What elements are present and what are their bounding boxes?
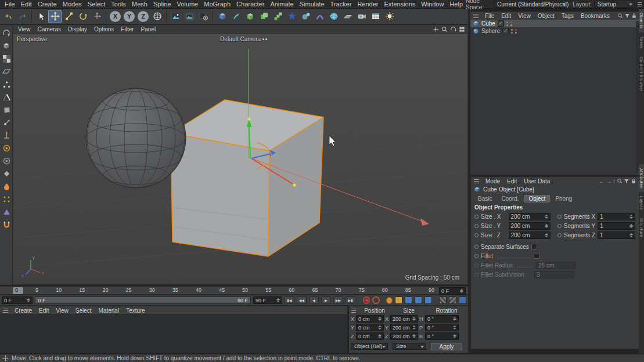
orbit-view-icon[interactable] — [449, 26, 457, 33]
autokey-button[interactable] — [372, 296, 379, 304]
spinner-icon[interactable] — [275, 298, 280, 302]
menu-tracker[interactable]: Tracker — [328, 1, 355, 8]
coordinate-system-icon[interactable] — [150, 10, 164, 23]
object-row-sphere[interactable]: Sphere ✓ — [470, 27, 639, 35]
instance-icon[interactable] — [257, 10, 271, 23]
segments-x-field[interactable]: 1 — [598, 213, 635, 220]
tweak-mode-icon[interactable] — [1, 117, 12, 128]
menu-help[interactable]: Help — [447, 1, 466, 8]
record-rotation-toggle[interactable] — [415, 296, 422, 304]
size-x-field[interactable]: 200 cm — [390, 315, 418, 323]
visibility-dots-icon[interactable] — [506, 21, 508, 26]
viewport-view-label[interactable]: Perspective — [17, 36, 47, 42]
enabled-check-icon[interactable]: ✓ — [502, 28, 509, 34]
render-picture-viewer-button[interactable] — [183, 10, 196, 23]
coords-mode-select[interactable]: Object (Rel) — [351, 343, 388, 350]
viewport-menu-options[interactable]: Options — [91, 26, 117, 32]
keyframe-selection-button[interactable] — [386, 297, 393, 304]
menu-modes[interactable]: Modes — [60, 1, 85, 8]
material-menu-texture[interactable]: Texture — [123, 307, 148, 314]
section-title[interactable]: Object Properties — [471, 203, 639, 212]
record-scale-toggle[interactable] — [405, 296, 412, 304]
menu-file[interactable]: File — [2, 1, 18, 8]
material-menu-view[interactable]: View — [53, 307, 71, 314]
om-am-splitter[interactable] — [470, 175, 639, 176]
timeline-ruler[interactable]: 0 5 10 15 20 25 30 35 40 45 50 55 60 65 … — [0, 286, 468, 295]
size-y-field[interactable]: 200 cm — [509, 222, 551, 230]
tab-coord[interactable]: Coord. — [497, 195, 523, 202]
fillet-checkbox[interactable] — [534, 253, 539, 259]
spinner-icon[interactable] — [26, 298, 30, 302]
workplane-snap-icon[interactable] — [1, 206, 12, 218]
tab-basic[interactable]: Basic — [474, 195, 496, 202]
spline-pen-icon[interactable] — [229, 10, 243, 23]
cube-object[interactable] — [171, 100, 323, 256]
position-z-field[interactable]: 0 cm — [356, 332, 384, 340]
lock-icon[interactable] — [631, 178, 636, 184]
size-z-field[interactable]: 200 cm — [390, 332, 418, 340]
menu-mesh[interactable]: Mesh — [129, 1, 150, 8]
node-space-select[interactable]: Current (Standard/Physical) — [494, 1, 568, 8]
menu-tools[interactable]: Tools — [108, 1, 129, 8]
keyframe-dot-icon[interactable] — [474, 224, 478, 228]
size-x-field[interactable]: 200 cm — [509, 213, 551, 220]
snap-magnet-icon[interactable] — [1, 219, 12, 230]
object-state-icon[interactable] — [515, 29, 517, 34]
material-menu-material[interactable]: Material — [96, 307, 123, 314]
viewport-menu-panel[interactable]: Panel — [138, 26, 159, 32]
viewport-menu-filter[interactable]: Filter — [118, 26, 136, 32]
render-settings-button[interactable] — [197, 10, 210, 23]
lock-icon[interactable] — [631, 13, 637, 19]
menu-render[interactable]: Render — [354, 1, 381, 8]
material-menu-select[interactable]: Select — [73, 307, 95, 314]
am-menu-edit[interactable]: Edit — [504, 178, 520, 184]
sphere-object[interactable] — [86, 88, 186, 188]
frame-end-field[interactable]: 90 F — [253, 296, 282, 304]
polygons-mode-icon[interactable] — [1, 104, 12, 115]
camera-hud-icon[interactable] — [262, 38, 267, 40]
tab-layers[interactable]: Layers — [639, 192, 644, 214]
solo-hierarchy-icon[interactable] — [1, 155, 12, 166]
keyframe-presets-button[interactable] — [439, 296, 447, 304]
menu-window[interactable]: Window — [418, 1, 447, 8]
object-name[interactable]: Sphere — [481, 28, 500, 34]
workplane-mode-icon[interactable] — [1, 66, 12, 77]
spreadsheet-icon[interactable] — [369, 10, 382, 23]
lock-z-button[interactable]: Z — [136, 10, 150, 23]
keyframe-dot-icon[interactable] — [557, 233, 562, 237]
viewport-camera-label[interactable]: Default Camera — [220, 36, 267, 42]
next-key-button[interactable]: ▶▶ — [333, 296, 343, 304]
rotation-p-field[interactable]: 0 ° — [425, 324, 459, 331]
light-icon[interactable] — [383, 10, 396, 23]
filter-icon[interactable] — [624, 178, 629, 184]
tab-phong[interactable]: Phong — [551, 195, 576, 202]
record-parameter-toggle[interactable] — [424, 296, 432, 304]
viewport-menu-view[interactable]: View — [15, 26, 34, 32]
range-end-label[interactable]: 90 F — [238, 298, 248, 303]
material-menu-edit[interactable]: Edit — [36, 307, 52, 314]
tab-object[interactable]: Object — [524, 195, 550, 202]
lock-y-button[interactable]: Y — [123, 10, 136, 23]
tab-attributes[interactable]: Attributes — [639, 164, 644, 193]
menu-animate[interactable]: Animate — [267, 1, 296, 8]
viewport-canvas[interactable]: y x z — [13, 34, 468, 285]
visibility-dots-icon[interactable] — [511, 29, 513, 34]
om-menu-object[interactable]: Object — [535, 13, 557, 19]
layout-menu-icon[interactable] — [638, 2, 642, 6]
last-tool-button[interactable] — [90, 10, 103, 23]
enabled-check-icon[interactable]: ✓ — [498, 20, 504, 27]
tab-structure[interactable]: Structure — [639, 214, 644, 241]
menu-select[interactable]: Select — [85, 1, 109, 8]
range-start-label[interactable]: 0 F — [38, 298, 45, 303]
record-objects-button[interactable] — [363, 296, 370, 304]
menu-simulate[interactable]: Simulate — [297, 1, 328, 8]
current-frame-field[interactable]: 0 F — [439, 287, 466, 295]
viewport-menu-display[interactable]: Display — [65, 26, 90, 32]
layout-select[interactable]: Startup — [594, 1, 635, 8]
position-x-field[interactable]: 0 cm — [356, 315, 384, 323]
quantize-icon[interactable] — [1, 193, 12, 205]
keyframe-dot-icon[interactable] — [474, 245, 478, 249]
am-menu-mode[interactable]: Mode — [483, 178, 503, 184]
record-position-toggle[interactable] — [395, 296, 402, 304]
object-state-icon[interactable] — [510, 21, 512, 26]
